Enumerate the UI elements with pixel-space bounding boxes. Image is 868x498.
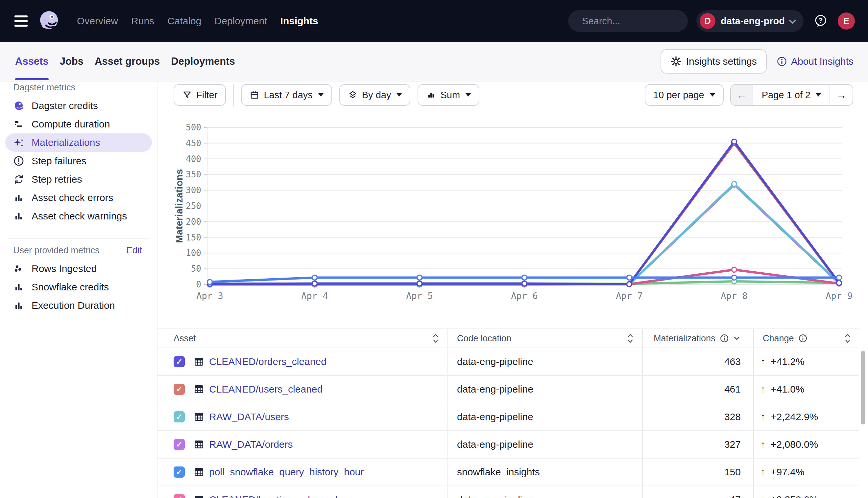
tabsbar-actions: Insights settings About Insights [661, 42, 854, 81]
assets-table: Asset Code location Materializations [157, 328, 859, 498]
compute-duration-icon [13, 118, 25, 130]
nav-link-catalog[interactable]: Catalog [167, 15, 201, 27]
nav-link-overview[interactable]: Overview [77, 15, 118, 27]
bar-chart-icon [13, 192, 25, 204]
chart-y-axis-label: Materializations [174, 169, 185, 243]
column-header-change[interactable]: Change [763, 333, 794, 344]
asset-link[interactable]: CLEANED/locations_cleaned [209, 494, 337, 498]
check-icon: ✓ [176, 357, 182, 366]
search-input[interactable] [582, 16, 706, 27]
sidebar-item-compute-duration[interactable]: Compute duration [5, 115, 152, 133]
about-insights-label: About Insights [791, 56, 854, 67]
prev-page-button[interactable]: ← [731, 85, 753, 105]
table-row: ✓ CLEANED/users_cleaned data-eng-pipelin… [157, 376, 859, 403]
dagster-logo[interactable] [36, 8, 62, 34]
help-icon: ? [812, 12, 829, 29]
code-location-value: data-eng-pipeline [457, 384, 533, 395]
asset-link[interactable]: RAW_DATA/orders [209, 439, 293, 450]
per-page-dropdown[interactable]: 10 per page [645, 84, 724, 106]
user-avatar[interactable]: E [838, 12, 855, 29]
change-value: +41.2% [771, 356, 805, 367]
change-value: +2,250.0% [771, 494, 818, 498]
info-icon[interactable] [719, 333, 729, 343]
sort-icon[interactable] [627, 333, 634, 344]
arrow-left-icon: ← [737, 89, 747, 101]
row-checkbox[interactable]: ✓ [174, 494, 185, 498]
hamburger-menu-icon[interactable] [14, 15, 28, 27]
materializations-value: 327 [724, 439, 741, 450]
edit-user-metrics-link[interactable]: Edit [126, 245, 142, 255]
row-checkbox[interactable]: ✓ [174, 411, 185, 422]
asset-link[interactable]: poll_snowflake_query_history_hour [209, 467, 363, 477]
bar-chart-icon [13, 299, 25, 312]
sidebar-item-snowflake-credits[interactable]: Snowflake credits [5, 278, 152, 296]
tab-asset-groups[interactable]: Asset groups [95, 42, 160, 81]
group-by-button[interactable]: By day [339, 84, 411, 106]
dagster-credits-icon [13, 100, 25, 112]
deployment-switcher[interactable]: D data-eng-prod [697, 10, 804, 32]
table-body: ✓ CLEANED/orders_cleaned data-eng-pipeli… [157, 348, 859, 498]
filter-button[interactable]: Filter [174, 84, 226, 106]
nav-link-runs[interactable]: Runs [131, 15, 154, 27]
next-page-button[interactable]: → [830, 85, 853, 105]
row-checkbox[interactable]: ✓ [174, 439, 185, 450]
sidebar-item-asset-check-warnings[interactable]: Asset check warnings [5, 207, 152, 225]
chevron-down-icon[interactable] [733, 335, 740, 342]
column-header-asset[interactable]: Asset [174, 333, 196, 344]
info-icon[interactable] [798, 333, 808, 343]
svg-text:200: 200 [186, 217, 201, 227]
sort-icon[interactable] [844, 333, 851, 344]
nav-link-deployment[interactable]: Deployment [214, 15, 267, 27]
row-checkbox[interactable]: ✓ [174, 384, 185, 395]
column-header-materializations[interactable]: Materializations [654, 333, 715, 344]
column-header-code-location[interactable]: Code location [457, 333, 511, 344]
asset-link[interactable]: RAW_DATA/users [209, 411, 289, 422]
svg-text:Apr 9: Apr 9 [826, 291, 852, 301]
svg-text:Apr 3: Apr 3 [196, 291, 223, 301]
svg-text:Apr 8: Apr 8 [721, 291, 747, 301]
table-row: ✓ RAW_DATA/orders data-eng-pipeline 327 … [157, 431, 859, 459]
tab-assets[interactable]: Assets [15, 42, 49, 81]
sidebar-item-step-failures[interactable]: Step failures [5, 152, 152, 170]
chart-canvas: 050100150200250300350400450500Apr 3Apr 4… [171, 115, 868, 315]
date-range-button[interactable]: Last 7 days [241, 84, 332, 106]
help-button[interactable]: ? [812, 12, 829, 29]
table-header-row: Asset Code location Materializations [157, 328, 859, 348]
sidebar-item-step-retries[interactable]: Step retries [5, 170, 152, 188]
trend-up-arrow-icon: ↑ [761, 356, 765, 367]
tab-jobs[interactable]: Jobs [60, 42, 84, 81]
caret-down-icon [816, 93, 821, 96]
sort-icon[interactable] [432, 333, 439, 344]
layers-icon [348, 90, 358, 100]
table-grid-icon [193, 384, 204, 395]
svg-text:Apr 7: Apr 7 [616, 291, 642, 301]
sidebar-item-asset-check-errors[interactable]: Asset check errors [5, 188, 152, 207]
about-insights-link[interactable]: About Insights [777, 56, 854, 67]
aggregation-button[interactable]: Sum [418, 84, 480, 106]
materializations-line-chart: 050100150200250300350400450500Apr 3Apr 4… [171, 115, 868, 315]
sidebar-item-materializations[interactable]: Materializations [5, 133, 152, 152]
page-selector[interactable]: Page 1 of 2 [753, 85, 830, 105]
trend-up-arrow-icon: ↑ [761, 411, 765, 422]
code-location-value: data-eng-pipeline [457, 356, 533, 367]
row-checkbox[interactable]: ✓ [174, 467, 185, 477]
vertical-scrollbar[interactable] [861, 351, 865, 424]
asset-link[interactable]: CLEANED/orders_cleaned [209, 356, 327, 367]
check-icon: ✓ [176, 412, 182, 421]
sidebar-item-dagster-credits[interactable]: Dagster credits [5, 96, 152, 115]
asset-link[interactable]: CLEANED/users_cleaned [209, 384, 322, 395]
svg-text:500: 500 [186, 122, 201, 132]
sidebar-item-execution-duration[interactable]: Execution Duration [5, 296, 152, 315]
materializations-sparkle-icon [13, 136, 25, 149]
tab-deployments[interactable]: Deployments [171, 42, 235, 81]
code-location-value: data-eng-pipeline [457, 439, 533, 450]
sidebar-item-rows-ingested[interactable]: Rows Ingested [5, 260, 152, 278]
trend-up-arrow-icon: ↑ [761, 384, 765, 395]
search-box[interactable]: / [568, 10, 688, 32]
nav-link-insights[interactable]: Insights [280, 15, 318, 27]
pagination-toolbar: 10 per page ← Page 1 of 2 → [645, 84, 853, 106]
insights-settings-button[interactable]: Insights settings [661, 49, 767, 74]
deployment-name: data-eng-prod [721, 16, 785, 27]
row-checkbox[interactable]: ✓ [174, 356, 185, 367]
svg-text:450: 450 [186, 138, 201, 148]
